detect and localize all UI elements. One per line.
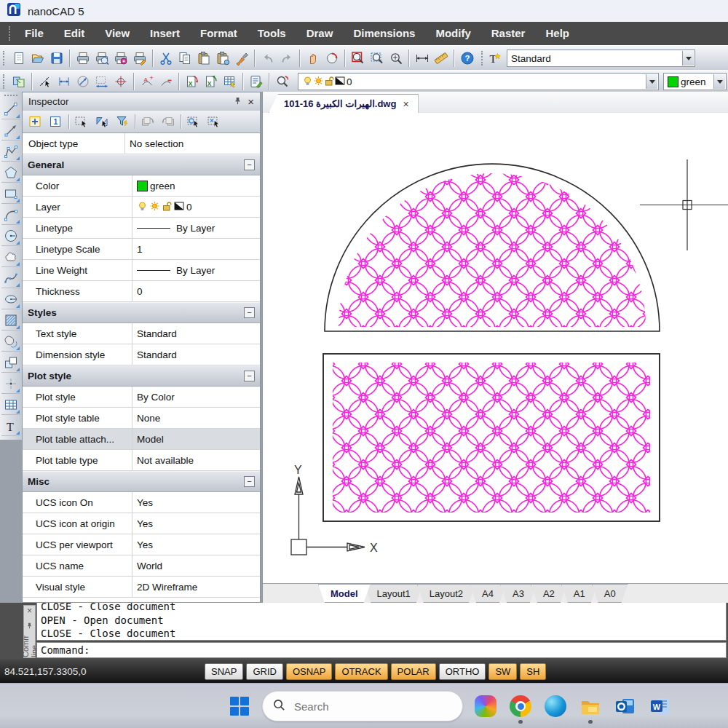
drawing-explorer-icon[interactable] bbox=[247, 73, 265, 91]
status-toggle-osnap[interactable]: OSNAP bbox=[286, 663, 333, 680]
ellipse-icon[interactable] bbox=[1, 290, 20, 309]
copy-settings-icon[interactable] bbox=[138, 113, 157, 130]
publish-icon[interactable] bbox=[130, 50, 149, 68]
menu-help[interactable]: Help bbox=[535, 22, 579, 45]
file-explorer-icon[interactable] bbox=[578, 694, 603, 719]
menu-tools[interactable]: Tools bbox=[248, 22, 296, 45]
toolbar-grip[interactable] bbox=[3, 51, 4, 66]
quick-select-icon[interactable] bbox=[26, 113, 45, 130]
property-value-plot-style-table[interactable]: None bbox=[132, 408, 260, 428]
excel-export-icon[interactable]: X bbox=[202, 73, 220, 91]
pan-icon[interactable] bbox=[304, 50, 322, 68]
layout-tab-layout2[interactable]: Layout2 bbox=[417, 584, 475, 603]
close-icon[interactable]: × bbox=[27, 607, 32, 615]
property-value-thickness[interactable]: 0 bbox=[132, 281, 260, 301]
find-objects-icon[interactable] bbox=[273, 73, 291, 91]
model-canvas[interactable]: Y X bbox=[263, 113, 728, 584]
menu-grip[interactable] bbox=[9, 26, 10, 41]
deselect-icon[interactable] bbox=[205, 113, 223, 130]
table-edit-icon[interactable] bbox=[221, 73, 239, 91]
collapse-icon[interactable]: − bbox=[244, 307, 255, 318]
property-value-ucs-icon-on[interactable]: Yes bbox=[132, 492, 260, 513]
zoom-window-icon[interactable] bbox=[349, 50, 367, 68]
taskbar-search[interactable] bbox=[262, 691, 463, 721]
property-value-plot-style[interactable]: By Color bbox=[132, 387, 260, 407]
property-value-linetype-scale[interactable]: 1 bbox=[132, 239, 260, 259]
copilot-icon[interactable] bbox=[473, 694, 498, 719]
dim-linear-icon[interactable] bbox=[55, 73, 73, 91]
spline-icon[interactable] bbox=[1, 269, 20, 288]
menu-dimensions[interactable]: Dimensions bbox=[343, 22, 425, 45]
measure-ruler-icon[interactable] bbox=[432, 50, 450, 68]
selection-filter-icon[interactable] bbox=[113, 113, 132, 130]
status-toggle-snap[interactable]: SNAP bbox=[205, 663, 243, 680]
property-value-object-type[interactable]: No selection bbox=[125, 133, 260, 154]
word-icon[interactable]: W bbox=[648, 694, 673, 719]
collapse-icon[interactable]: − bbox=[244, 476, 255, 487]
hatch-icon[interactable] bbox=[1, 311, 20, 331]
property-value-dimension-style[interactable]: Standard bbox=[132, 344, 260, 365]
show-selected-icon[interactable]: 1 bbox=[47, 113, 66, 130]
menu-raster[interactable]: Raster bbox=[481, 22, 536, 45]
select-rect-icon[interactable] bbox=[72, 113, 91, 130]
dim-arc-length-icon[interactable]: A+ bbox=[138, 73, 156, 91]
plot-settings-icon[interactable] bbox=[111, 50, 130, 68]
dim-baseline-icon[interactable] bbox=[92, 73, 111, 91]
layout-tab-a3[interactable]: A3 bbox=[500, 584, 537, 603]
combo-dropdown-icon[interactable] bbox=[682, 51, 694, 66]
ray-icon[interactable] bbox=[1, 121, 20, 141]
polyline-icon[interactable] bbox=[1, 142, 20, 162]
search-input[interactable] bbox=[293, 700, 434, 713]
zoom-dynamic-icon[interactable] bbox=[368, 50, 386, 68]
pin-icon[interactable] bbox=[26, 619, 33, 632]
toolbar-grip[interactable] bbox=[3, 74, 4, 89]
property-value-visual-style[interactable]: 2D Wireframe bbox=[132, 577, 260, 597]
save-file-icon[interactable] bbox=[47, 50, 66, 68]
point-icon[interactable] bbox=[1, 374, 20, 394]
invert-selection-icon[interactable] bbox=[92, 113, 111, 130]
menu-edit[interactable]: Edit bbox=[54, 22, 95, 45]
menu-format[interactable]: Format bbox=[190, 22, 248, 45]
help-icon[interactable]: ? bbox=[458, 50, 476, 68]
toolbar-grip[interactable] bbox=[481, 51, 483, 66]
region-icon[interactable] bbox=[1, 332, 20, 352]
menu-view[interactable]: View bbox=[95, 22, 140, 45]
command-history[interactable]: CLOSE - Close documentOPEN - Open docume… bbox=[36, 603, 727, 641]
circle-icon[interactable] bbox=[1, 226, 20, 246]
status-toggle-polar[interactable]: POLAR bbox=[391, 663, 436, 680]
new-file-icon[interactable] bbox=[9, 50, 28, 68]
select-circle-icon[interactable] bbox=[184, 113, 203, 130]
property-value-plot-table-type[interactable]: Not available bbox=[132, 450, 260, 470]
collapse-icon[interactable]: − bbox=[244, 159, 255, 170]
cloud-icon[interactable] bbox=[1, 248, 20, 267]
paste-special-icon[interactable] bbox=[213, 50, 232, 68]
apply-settings-icon[interactable] bbox=[159, 113, 178, 130]
close-icon[interactable]: × bbox=[403, 98, 408, 110]
zoom-orbit-icon[interactable] bbox=[323, 50, 341, 68]
combo-dropdown-icon[interactable] bbox=[713, 74, 725, 89]
text-style-combo[interactable]: Standard bbox=[507, 50, 695, 67]
property-value-ucs-icon-at-origin[interactable]: Yes bbox=[132, 513, 260, 534]
start-button-icon[interactable] bbox=[227, 694, 252, 719]
edge-icon[interactable] bbox=[543, 694, 568, 719]
property-value-ucs-per-viewport[interactable]: Yes bbox=[132, 534, 260, 555]
block-icon[interactable] bbox=[1, 353, 20, 373]
property-value-ucs-name[interactable]: World bbox=[132, 555, 260, 576]
copy-icon[interactable] bbox=[175, 50, 194, 68]
rectangle-icon[interactable] bbox=[1, 184, 20, 204]
open-file-icon[interactable] bbox=[28, 50, 47, 68]
outlook-icon[interactable] bbox=[613, 694, 638, 719]
pin-icon[interactable] bbox=[234, 96, 242, 107]
layout-tab-a2[interactable]: A2 bbox=[531, 584, 567, 603]
line-icon[interactable] bbox=[1, 100, 20, 119]
menu-draw[interactable]: Draw bbox=[296, 22, 344, 45]
paste-icon[interactable] bbox=[194, 50, 213, 68]
layout-tab-a1[interactable]: A1 bbox=[561, 584, 598, 603]
property-value-layer[interactable]: 0 bbox=[132, 197, 260, 217]
menu-modify[interactable]: Modify bbox=[425, 22, 480, 45]
copy-properties-icon[interactable] bbox=[9, 73, 28, 91]
layout-tab-a0[interactable]: A0 bbox=[592, 584, 628, 603]
text-icon[interactable]: T bbox=[1, 416, 20, 436]
status-toggle-sh[interactable]: SH bbox=[520, 663, 546, 680]
zoom-all-icon[interactable] bbox=[387, 50, 405, 68]
